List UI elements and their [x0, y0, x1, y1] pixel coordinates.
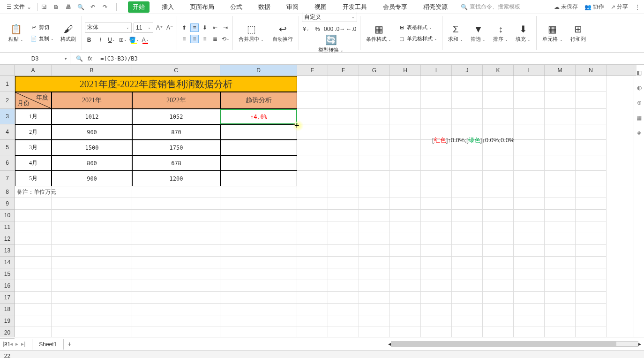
- cell[interactable]: [545, 140, 576, 155]
- cell[interactable]: [132, 221, 220, 233]
- increase-font-icon[interactable]: A⁺: [155, 23, 164, 32]
- cell[interactable]: [132, 198, 220, 210]
- cell[interactable]: [328, 198, 359, 210]
- italic-icon[interactable]: I: [96, 36, 105, 44]
- cell[interactable]: [514, 155, 545, 171]
- cell[interactable]: [452, 221, 483, 233]
- cell[interactable]: [328, 171, 359, 186]
- row-header[interactable]: 7: [0, 171, 15, 186]
- underline-icon[interactable]: U⌄: [107, 36, 116, 44]
- cell[interactable]: [576, 221, 607, 233]
- table-style-button[interactable]: ⊞表格样式⌄: [396, 23, 439, 32]
- cell[interactable]: [220, 186, 297, 198]
- cell[interactable]: [576, 140, 607, 155]
- cell[interactable]: [328, 292, 359, 304]
- cell[interactable]: [359, 198, 390, 210]
- tab-formula[interactable]: 公式: [226, 1, 246, 13]
- cell[interactable]: [132, 292, 220, 304]
- cell[interactable]: [576, 257, 607, 268]
- cell[interactable]: [297, 109, 328, 124]
- row-header[interactable]: 18: [0, 304, 15, 315]
- side-icon[interactable]: ▦: [637, 114, 642, 121]
- cell[interactable]: [576, 109, 607, 124]
- cell[interactable]: [452, 304, 483, 315]
- cell[interactable]: [297, 155, 328, 171]
- add-sheet-button[interactable]: +: [67, 340, 71, 348]
- cell[interactable]: [15, 221, 52, 233]
- tab-dev[interactable]: 开发工具: [339, 1, 371, 13]
- search-command[interactable]: 🔍 查找命令、搜索模板: [461, 3, 520, 11]
- cell[interactable]: [359, 280, 390, 292]
- cell[interactable]: [328, 233, 359, 245]
- fill-button[interactable]: ⬇填充 ⌄: [513, 23, 533, 44]
- cell[interactable]: [452, 233, 483, 245]
- cell[interactable]: [132, 304, 220, 315]
- cell[interactable]: 800: [52, 155, 132, 171]
- align-center-icon[interactable]: ≡: [190, 35, 199, 43]
- undo-icon[interactable]: ↶: [89, 3, 97, 11]
- cell[interactable]: [421, 315, 452, 327]
- side-icon[interactable]: ◈: [637, 129, 641, 136]
- cell[interactable]: [421, 109, 452, 124]
- cell[interactable]: [297, 280, 328, 292]
- cell[interactable]: [545, 268, 576, 280]
- cell[interactable]: [514, 210, 545, 221]
- align-bottom-icon[interactable]: ⬇: [201, 23, 209, 32]
- cell[interactable]: [514, 327, 545, 337]
- cell[interactable]: [52, 198, 132, 210]
- cell[interactable]: [514, 92, 545, 109]
- cell[interactable]: 1月: [15, 109, 52, 124]
- cell[interactable]: [514, 233, 545, 245]
- cell[interactable]: [132, 268, 220, 280]
- cell[interactable]: [359, 292, 390, 304]
- cell[interactable]: [297, 171, 328, 186]
- select-all-corner[interactable]: [0, 65, 15, 76]
- cell[interactable]: [514, 292, 545, 304]
- cell[interactable]: [328, 140, 359, 155]
- cell[interactable]: [359, 221, 390, 233]
- cell[interactable]: [359, 304, 390, 315]
- cell[interactable]: [359, 245, 390, 257]
- cell[interactable]: [421, 245, 452, 257]
- sheet-tab[interactable]: Sheet1: [32, 339, 64, 350]
- cell[interactable]: [576, 155, 607, 171]
- cell[interactable]: [15, 327, 52, 337]
- cell[interactable]: [132, 210, 220, 221]
- cell[interactable]: [359, 171, 390, 186]
- cell[interactable]: [483, 109, 514, 124]
- unsaved-indicator[interactable]: ☁未保存: [554, 3, 578, 11]
- cell[interactable]: 2021年: [52, 92, 132, 109]
- cell[interactable]: [576, 245, 607, 257]
- cell[interactable]: [514, 171, 545, 186]
- row-header[interactable]: 13: [0, 245, 15, 257]
- cell[interactable]: [297, 257, 328, 268]
- cell[interactable]: [328, 327, 359, 337]
- cell[interactable]: 900: [52, 171, 132, 186]
- fx-icon[interactable]: fx: [88, 55, 92, 62]
- col-header-m[interactable]: M: [545, 65, 576, 76]
- tab-data[interactable]: 数据: [255, 1, 274, 13]
- cell[interactable]: [297, 327, 328, 337]
- row-header[interactable]: 19: [0, 315, 15, 327]
- cell[interactable]: 900: [52, 124, 132, 140]
- name-box[interactable]: D3 ▾: [0, 53, 70, 64]
- align-top-icon[interactable]: ⬆: [180, 23, 188, 32]
- copy-button[interactable]: 📄复制 ⌄: [28, 34, 56, 44]
- cell[interactable]: [514, 304, 545, 315]
- cell[interactable]: [220, 171, 297, 186]
- cell[interactable]: 870: [132, 124, 220, 140]
- row-header[interactable]: 20: [0, 327, 15, 339]
- cell[interactable]: [483, 233, 514, 245]
- cell[interactable]: [514, 315, 545, 327]
- filter-button[interactable]: ▼筛选 ⌄: [468, 23, 488, 44]
- side-icon[interactable]: ◧: [637, 69, 642, 76]
- cell[interactable]: [52, 210, 132, 221]
- cell[interactable]: [52, 257, 132, 268]
- cell[interactable]: 1012: [52, 109, 132, 124]
- align-middle-icon[interactable]: ≡: [190, 23, 199, 32]
- cell[interactable]: [328, 186, 359, 198]
- row-header[interactable]: 5: [0, 140, 15, 155]
- cell[interactable]: [576, 186, 607, 198]
- cell[interactable]: [132, 186, 220, 198]
- cell[interactable]: [220, 198, 297, 210]
